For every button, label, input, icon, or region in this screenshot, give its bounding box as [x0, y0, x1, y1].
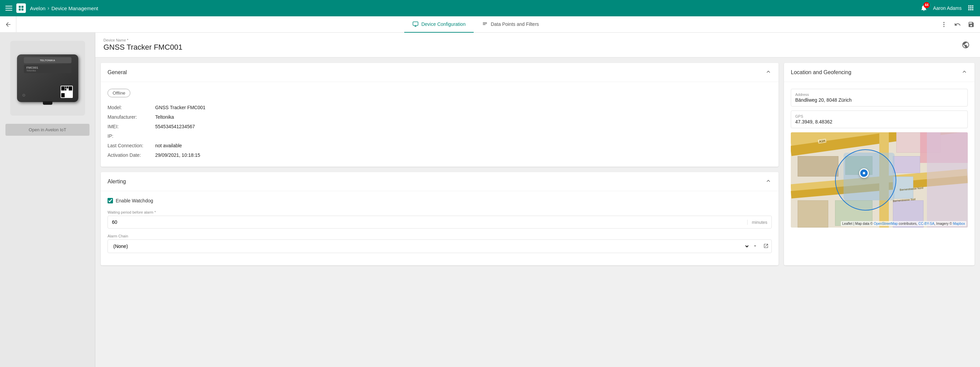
back-button[interactable] [0, 16, 16, 33]
alerting-collapse-button[interactable] [765, 178, 772, 185]
general-title: General [108, 69, 127, 76]
main-layout: TELTONIKA FMC001 Teltonika [0, 33, 980, 367]
svg-point-10 [943, 26, 944, 27]
content-col-right: Location and Geofencing Address Bändliwe… [784, 63, 975, 265]
content-grid: General Offline Model: GNSS Tracker FMC0… [95, 57, 980, 271]
ip-value [155, 131, 772, 141]
waiting-period-field: Waiting period before alarm * minutes [108, 210, 772, 229]
logo-icon [16, 3, 26, 13]
notification-badge: 44 [924, 2, 930, 8]
map-attribution: Leaflet | Map data © OpenStreetMap contr… [841, 221, 966, 226]
location-card: Location and Geofencing Address Bändliwe… [784, 63, 975, 265]
left-panel: TELTONIKA FMC001 Teltonika [0, 33, 95, 367]
location-card-header: Location and Geofencing [784, 63, 975, 82]
svg-point-11 [863, 172, 865, 175]
last-connection-row: Last Connection: not available [108, 141, 772, 150]
breadcrumb-root[interactable]: Avelon [30, 5, 46, 11]
alerting-title: Alerting [108, 179, 126, 185]
alerting-card: Alerting Enable Watchdog Waiting period … [101, 172, 778, 265]
tab-config-label: Device Configuration [421, 21, 466, 27]
alarm-chain-select[interactable]: (None) [108, 240, 749, 253]
globe-button[interactable] [959, 39, 972, 51]
more-options-button[interactable] [938, 18, 950, 30]
undo-button[interactable] [951, 18, 964, 30]
enable-watchdog-label: Enable Watchdog [116, 198, 153, 203]
imei-value: 554534541234567 [155, 122, 772, 131]
imei-row: IMEI: 554534541234567 [108, 122, 772, 131]
tab-device-configuration[interactable]: Device Configuration [404, 16, 474, 33]
svg-rect-0 [19, 6, 21, 8]
alarm-chain-select-row: (None) [108, 240, 772, 253]
last-connection-label: Last Connection: [108, 141, 155, 150]
address-value: Bändliweg 20, 8048 Zürich [795, 97, 963, 103]
nav-logo [16, 3, 26, 13]
breadcrumb-separator: › [48, 5, 49, 11]
ip-row: IP: [108, 131, 772, 141]
apps-grid-icon[interactable] [967, 4, 975, 13]
model-value: GNSS Tracker FMC001 [155, 103, 772, 112]
general-collapse-button[interactable] [765, 68, 772, 76]
breadcrumb-current: Device Management [51, 5, 98, 11]
save-button[interactable] [965, 18, 977, 30]
waiting-period-suffix: minutes [747, 220, 772, 225]
alarm-chain-field: Alarm Chain (None) [108, 234, 772, 253]
notification-button[interactable]: 44 [920, 4, 928, 13]
open-avelon-iot-button[interactable]: Open in Avelon IoT [5, 124, 89, 136]
dropdown-icon [749, 243, 760, 249]
svg-rect-4 [413, 22, 418, 25]
right-content: Device Name * GNSS Tracker FMC001 Genera… [95, 33, 980, 367]
location-collapse-button[interactable] [961, 68, 968, 76]
svg-point-8 [943, 22, 944, 23]
toolbar-tabs: Device Configuration Data Points and Fil… [16, 16, 935, 33]
activation-date-label: Activation Date: [108, 150, 155, 160]
activation-date-value: 29/09/2021, 10:18:15 [155, 150, 772, 160]
enable-watchdog-row: Enable Watchdog [108, 198, 772, 203]
address-label: Address [795, 92, 963, 97]
tab-data-points[interactable]: Data Points and Filters [474, 16, 547, 33]
device-name-label: Device Name * [103, 38, 182, 42]
alerting-card-body: Enable Watchdog Waiting period before al… [101, 191, 778, 265]
enable-watchdog-checkbox[interactable] [108, 198, 113, 203]
device-name: GNSS Tracker FMC001 [103, 43, 182, 52]
toolbar: Device Configuration Data Points and Fil… [0, 16, 980, 33]
location-card-body: Address Bändliweg 20, 8048 Zürich GPS 47… [784, 82, 975, 234]
external-link-icon[interactable] [760, 243, 772, 249]
map-marker [859, 168, 869, 178]
device-info-table: Model: GNSS Tracker FMC001 Manufacturer:… [108, 103, 772, 160]
geofence-circle [835, 149, 896, 211]
content-col-left: General Offline Model: GNSS Tracker FMC0… [101, 63, 778, 265]
waiting-period-input-row: minutes [108, 216, 772, 229]
waiting-period-input[interactable] [108, 216, 747, 228]
map-container[interactable]: A1H Bernerstrasse Nord Bernerstrasse Süd… [791, 132, 968, 227]
model-label: Model: [108, 103, 155, 112]
nav-left: Avelon › Device Management [5, 3, 98, 13]
gps-field: GPS 47.3949, 8.48362 [791, 111, 968, 128]
general-card-body: Offline Model: GNSS Tracker FMC001 Manuf… [101, 82, 778, 167]
general-card-header: General [101, 63, 778, 82]
address-field: Address Bändliweg 20, 8048 Zürich [791, 89, 968, 106]
svg-rect-1 [21, 6, 24, 8]
svg-rect-3 [21, 8, 24, 11]
ip-label: IP: [108, 131, 155, 141]
waiting-period-label: Waiting period before alarm * [108, 210, 772, 214]
gps-label: GPS [795, 114, 963, 118]
toolbar-actions [935, 18, 980, 30]
svg-point-9 [943, 24, 944, 25]
hamburger-menu[interactable] [5, 6, 12, 11]
device-image: TELTONIKA FMC001 Teltonika [10, 41, 85, 116]
model-row: Model: GNSS Tracker FMC001 [108, 103, 772, 112]
user-name: Aaron Adams [933, 5, 962, 11]
general-card: General Offline Model: GNSS Tracker FMC0… [101, 63, 778, 167]
tab-filters-label: Data Points and Filters [491, 21, 539, 27]
manufacturer-label: Manufacturer: [108, 112, 155, 122]
svg-rect-2 [19, 8, 21, 11]
map-background: A1H Bernerstrasse Nord Bernerstrasse Süd… [791, 132, 968, 227]
device-header-left: Device Name * GNSS Tracker FMC001 [103, 38, 182, 52]
manufacturer-value: Teltonika [155, 112, 772, 122]
breadcrumb: Avelon › Device Management [30, 5, 98, 11]
last-connection-value: not available [155, 141, 772, 150]
location-title: Location and Geofencing [791, 69, 851, 76]
gps-value: 47.3949, 8.48362 [795, 119, 963, 124]
nav-right: 44 Aaron Adams [920, 4, 975, 13]
alerting-card-header: Alerting [101, 172, 778, 191]
